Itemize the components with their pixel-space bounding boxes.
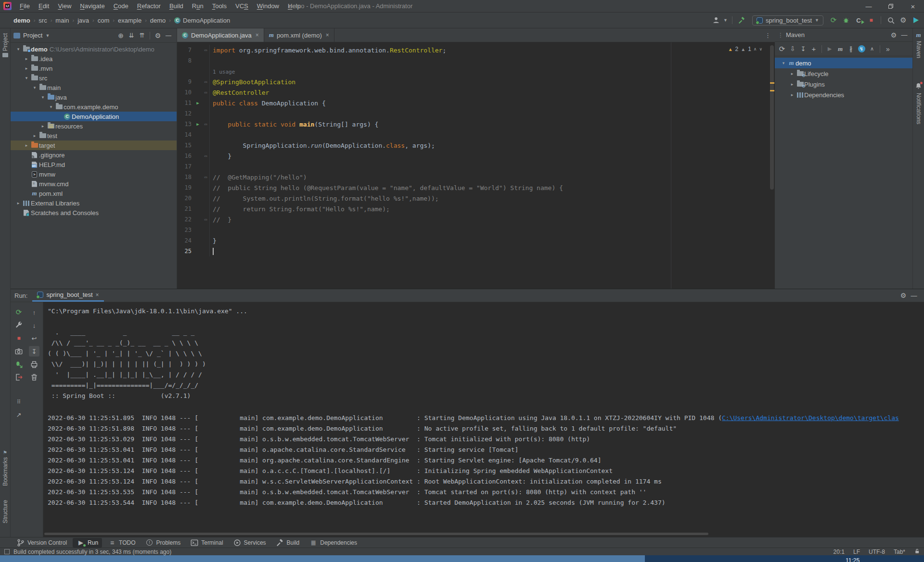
editor-line[interactable]: 24} bbox=[177, 235, 775, 246]
editor-line[interactable]: 21// return String.format("Hello %s!",na… bbox=[177, 204, 775, 214]
editor-line[interactable]: 10▭@RestController bbox=[177, 87, 775, 98]
maven-tree-item-demo[interactable]: ▾mdemo bbox=[775, 58, 912, 68]
editor-line[interactable]: 18▭// @GetMapping("/hello") bbox=[177, 172, 775, 182]
editor-line[interactable]: 11▶public class DemoApplication { bbox=[177, 98, 775, 108]
breadcrumb-item[interactable]: main bbox=[55, 17, 69, 24]
editor-line[interactable]: 17 bbox=[177, 161, 775, 172]
project-view-dropdown-icon[interactable]: ▼ bbox=[45, 33, 50, 38]
chevron-collapsed-icon[interactable]: ▸ bbox=[31, 133, 38, 138]
tree-item-com-example-demo[interactable]: ▾com.example.demo bbox=[11, 102, 177, 112]
editor-line[interactable]: 9▭@SpringBootApplication bbox=[177, 77, 775, 87]
more-icon[interactable]: » bbox=[883, 44, 893, 54]
hide-panel-icon[interactable]: — bbox=[899, 30, 910, 40]
inlay-hint-line[interactable]: 1 usage bbox=[177, 66, 775, 77]
toolwindow-maven-button[interactable]: m Maven bbox=[913, 31, 924, 58]
usage-inlay-hint[interactable]: 1 usage bbox=[213, 69, 235, 75]
toolwindow-button-run[interactable]: ▶Run bbox=[73, 538, 102, 548]
up-icon[interactable]: ↑ bbox=[29, 307, 39, 318]
chevron-collapsed-icon[interactable]: ▸ bbox=[788, 82, 796, 87]
tree-item-external-libraries[interactable]: ▸External Libraries bbox=[11, 198, 177, 208]
editor-line[interactable]: 12 bbox=[177, 108, 775, 119]
editor-line[interactable]: 22▭// } bbox=[177, 214, 775, 225]
menu-item-run[interactable]: Run bbox=[188, 0, 208, 12]
scroll-end-icon[interactable]: ↧ bbox=[29, 346, 39, 357]
tree-item--mvn[interactable]: ▸.mvn bbox=[11, 64, 177, 73]
download-icon[interactable]: ↧ bbox=[798, 44, 808, 54]
tab-options-icon[interactable]: ⋮ bbox=[765, 28, 775, 42]
line-separator[interactable]: LF bbox=[853, 549, 860, 555]
maven-tree-item-dependencies[interactable]: ▸Dependencies bbox=[775, 89, 912, 100]
toolwindow-button-todo[interactable]: ≡TODO bbox=[104, 538, 139, 548]
tree-item-test[interactable]: ▸test bbox=[11, 131, 177, 140]
hide-panel-icon[interactable]: — bbox=[909, 290, 919, 301]
tab-demoapplication-java[interactable]: C DemoApplication.java × bbox=[177, 28, 264, 42]
softwrap-icon[interactable]: ↩ bbox=[29, 333, 39, 344]
tree-item-src[interactable]: ▾src bbox=[11, 73, 177, 83]
trash-icon[interactable] bbox=[29, 372, 39, 383]
menu-item-refactor[interactable]: Refactor bbox=[133, 0, 165, 12]
fold-icon[interactable]: ▭ bbox=[202, 151, 210, 161]
tree-item-main[interactable]: ▾main bbox=[11, 83, 177, 92]
file-encoding[interactable]: UTF-8 bbox=[869, 549, 885, 555]
download-sources-icon[interactable]: ⇩ bbox=[787, 44, 798, 54]
breadcrumb-item-class[interactable]: CDemoApplication bbox=[174, 17, 230, 24]
menu-item-vcs[interactable]: VCS bbox=[231, 0, 253, 12]
menu-item-navigate[interactable]: Navigate bbox=[76, 0, 109, 12]
tree-item-resources[interactable]: ▸resources bbox=[11, 121, 177, 131]
menu-item-file[interactable]: File bbox=[15, 0, 34, 12]
tree-item-pom-xml[interactable]: mpom.xml bbox=[11, 189, 177, 198]
ide-play-icon[interactable] bbox=[911, 15, 921, 26]
toolwindow-structure-button[interactable]: Structure bbox=[0, 500, 10, 524]
fold-icon[interactable]: ▭ bbox=[202, 214, 210, 225]
print-icon[interactable] bbox=[29, 359, 39, 370]
tree-item--gitignore[interactable]: .gitignore bbox=[11, 150, 177, 160]
prev-problem-icon[interactable]: ∧ bbox=[754, 47, 757, 51]
menu-item-edit[interactable]: Edit bbox=[34, 0, 53, 12]
chevron-expanded-icon[interactable]: ▾ bbox=[31, 85, 38, 90]
maven-tree-item-plugins[interactable]: ▸Plugins bbox=[775, 79, 912, 89]
file-link[interactable]: C:\Users\Administrator\Desktop\demo\targ… bbox=[722, 414, 899, 422]
hide-icon[interactable]: — bbox=[163, 30, 174, 41]
toolwindow-switcher-icon[interactable] bbox=[4, 549, 10, 554]
taskbar-active-segment[interactable] bbox=[0, 555, 645, 562]
fold-icon[interactable]: ▭ bbox=[202, 119, 210, 129]
expand-all-icon[interactable]: ⇊ bbox=[126, 30, 137, 41]
toolwindow-project-button[interactable]: Project bbox=[0, 33, 10, 57]
close-tab-icon[interactable]: × bbox=[256, 32, 259, 38]
pin-icon[interactable]: ↗ bbox=[13, 409, 24, 420]
chevron-collapsed-icon[interactable]: ▸ bbox=[23, 66, 30, 71]
tab-pom-xml[interactable]: m pom.xml (demo) × bbox=[264, 28, 334, 42]
fold-icon[interactable]: ▭ bbox=[202, 87, 210, 98]
chevron-expanded-icon[interactable]: ▾ bbox=[23, 76, 30, 80]
minimize-icon[interactable]: — bbox=[858, 0, 880, 13]
menu-item-window[interactable]: Window bbox=[253, 0, 283, 12]
editor-scrollbar[interactable] bbox=[769, 42, 775, 289]
menu-item-build[interactable]: Build bbox=[165, 0, 188, 12]
down-icon[interactable]: ↓ bbox=[29, 320, 39, 331]
lock-icon[interactable] bbox=[914, 548, 920, 556]
profiler-button[interactable]: C bbox=[853, 15, 864, 26]
restore-icon[interactable] bbox=[880, 0, 902, 13]
editor-line[interactable]: 19// public String hello (@RequestParam(… bbox=[177, 182, 775, 193]
editor-line[interactable]: 15 SpringApplication.run(DemoApplication… bbox=[177, 140, 775, 151]
locate-icon[interactable]: ⊕ bbox=[116, 30, 126, 41]
editor-line[interactable]: 23 bbox=[177, 225, 775, 235]
toolwindow-button-terminal[interactable]: Terminal bbox=[186, 538, 227, 548]
toolwindow-button-build[interactable]: Build bbox=[272, 538, 304, 548]
chevron-collapsed-icon[interactable]: ▸ bbox=[14, 201, 22, 205]
wrench-icon[interactable] bbox=[13, 320, 24, 331]
chevron-collapsed-icon[interactable]: ▸ bbox=[23, 56, 30, 61]
toolwindow-notifications-button[interactable]: Notifications bbox=[913, 82, 924, 124]
close-icon[interactable]: × bbox=[902, 0, 924, 13]
execute-icon[interactable]: ↯ bbox=[856, 44, 867, 54]
breadcrumb-item[interactable]: src bbox=[38, 17, 47, 24]
horizontal-scrollbar[interactable] bbox=[44, 533, 708, 535]
editor-line[interactable]: 14 bbox=[177, 129, 775, 140]
settings-gear-icon[interactable]: ⚙ bbox=[898, 15, 909, 26]
caret-position[interactable]: 20:1 bbox=[834, 549, 845, 555]
toolwindow-button-services[interactable]: Services bbox=[229, 538, 270, 548]
gear-icon[interactable]: ⚙ bbox=[898, 290, 909, 301]
run-gutter-icon[interactable]: ▶ bbox=[193, 122, 202, 127]
menu-item-code[interactable]: Code bbox=[109, 0, 133, 12]
drag-handle-icon[interactable]: ⋮ bbox=[778, 32, 784, 38]
